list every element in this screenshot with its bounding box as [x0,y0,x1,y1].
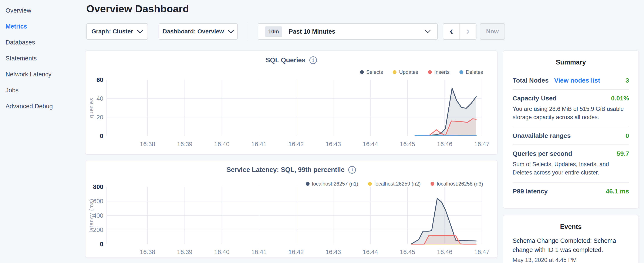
svg-text:16:45: 16:45 [400,248,415,255]
event-item[interactable]: Schema Change Completed: Schema change w… [512,236,629,263]
svg-text:20: 20 [96,114,103,121]
svg-text:16:40: 16:40 [214,248,230,255]
legend-label: Updates [399,69,418,75]
summary-label: Total Nodes [512,77,548,84]
chevron-down-icon [425,30,430,33]
svg-text:16:39: 16:39 [177,141,192,147]
summary-row-queries-per-second: Queries per second 59.7 Sum of Selects, … [512,144,629,182]
svg-text:800: 800 [93,183,103,190]
time-window-badge: 10m [265,26,282,37]
legend-dot-icon [430,182,434,186]
summary-row-unavailable-ranges: Unavailable ranges 0 [512,127,629,144]
info-icon[interactable]: i [309,56,317,64]
svg-text:16:40: 16:40 [214,141,230,147]
graph-dropdown-label: Graph: Cluster [92,28,133,35]
view-nodes-list-link[interactable]: View nodes list [554,77,600,84]
service-latency-chart[interactable]: 16:3816:3916:4016:4116:4216:4316:4416:45… [86,160,497,257]
legend-item[interactable]: Updates [393,69,418,75]
legend-item[interactable]: Deletes [460,69,483,75]
summary-panel: Summary Total Nodes View nodes list 3 Ca… [503,51,639,208]
chart-title: SQL Queries [266,56,305,64]
svg-text:16:47: 16:47 [474,141,490,147]
summary-value: 0.01% [611,95,629,102]
main-content: Overview Dashboard Graph: Cluster Dashbo… [85,0,644,263]
svg-text:600: 600 [93,198,103,204]
svg-text:16:38: 16:38 [140,141,155,147]
summary-label: Capacity Used [512,95,556,102]
graph-dropdown[interactable]: Graph: Cluster [86,23,148,40]
chevron-down-icon [137,28,143,35]
svg-text:16:41: 16:41 [251,141,266,147]
sidebar-item-network-latency[interactable]: Network Latency [0,66,85,82]
toolbar: Graph: Cluster Dashboard: Overview 10m P… [86,23,644,40]
summary-label: Unavailable ranges [512,132,571,139]
legend-label: localhost:26258 (n3) [437,181,483,187]
legend-label: Selects [366,69,383,75]
legend-label: Inserts [434,69,450,75]
legend-item[interactable]: localhost:26259 (n2) [368,181,420,187]
legend-dot-icon [306,182,310,186]
svg-text:16:43: 16:43 [326,248,341,255]
summary-label: P99 latency [512,188,548,195]
svg-text:200: 200 [93,226,103,233]
svg-text:16:46: 16:46 [437,141,452,147]
svg-text:40: 40 [96,95,103,102]
svg-text:16:43: 16:43 [326,141,341,147]
chevron-down-icon [228,28,234,35]
side-column: Summary Total Nodes View nodes list 3 Ca… [503,51,639,263]
summary-value: 46.1 ms [606,188,629,195]
sidebar-item-jobs[interactable]: Jobs [0,82,85,98]
sidebar-item-statements[interactable]: Statements [0,51,85,66]
sidebar-item-databases[interactable]: Databases [0,35,85,51]
time-window-selector[interactable]: 10m Past 10 Minutes [258,23,438,40]
legend-item[interactable]: localhost:26258 (n3) [430,181,483,187]
svg-text:latency (ms): latency (ms) [88,198,94,232]
legend-label: Deletes [466,69,483,75]
svg-text:16:47: 16:47 [474,248,490,255]
sidebar: Overview Metrics Databases Statements Ne… [0,0,85,114]
page-title: Overview Dashboard [86,3,644,15]
sidebar-item-overview[interactable]: Overview [0,3,85,19]
legend-dot-icon [393,70,396,74]
legend-label: localhost:26259 (n2) [374,181,420,187]
chart-legend: SelectsUpdatesInsertsDeletes [360,69,483,75]
prev-time-button[interactable]: ‹ [443,24,460,39]
legend-item[interactable]: localhost:26257 (n1) [306,181,358,187]
svg-text:16:39: 16:39 [177,248,192,255]
svg-text:60: 60 [96,76,103,83]
summary-subtext: Sum of Selects, Updates, Inserts, and De… [512,160,629,177]
dashboard-dropdown[interactable]: Dashboard: Overview [158,23,238,40]
chart-legend: localhost:26257 (n1)localhost:26259 (n2)… [306,181,483,187]
summary-subtext: You are using 28.6 MiB of 515.9 GiB usab… [512,105,629,122]
events-title: Events [512,223,629,231]
legend-dot-icon [360,70,364,74]
svg-text:16:44: 16:44 [363,141,378,147]
legend-item[interactable]: Selects [360,69,383,75]
summary-title: Summary [512,59,629,66]
svg-text:0: 0 [100,133,103,139]
charts-column: SQL Queries i SelectsUpdatesInsertsDelet… [85,51,498,263]
info-icon[interactable]: i [348,166,356,174]
svg-text:16:42: 16:42 [288,141,304,147]
legend-item[interactable]: Inserts [428,69,450,75]
event-timestamp: May 13, 2020 at 4:45 PM [512,257,629,263]
events-panel: Events Schema Change Completed: Schema c… [503,215,639,263]
next-time-button[interactable]: › [460,24,476,39]
event-text: Schema Change Completed: Schema change w… [512,236,629,255]
svg-text:16:42: 16:42 [288,248,304,255]
toolbar-divider [248,23,248,40]
dashboard-dropdown-label: Dashboard: Overview [163,28,224,35]
summary-value: 0 [626,132,629,139]
svg-text:16:45: 16:45 [400,141,415,147]
summary-label: Queries per second [512,150,572,157]
legend-dot-icon [428,70,432,74]
svg-text:queries: queries [88,98,94,118]
summary-row-p99-latency: P99 latency 46.1 ms [512,182,629,200]
sidebar-item-metrics[interactable]: Metrics [0,19,85,35]
svg-text:16:46: 16:46 [437,248,452,255]
sql-queries-chart[interactable]: 16:3816:3916:4016:4116:4216:4316:4416:45… [86,51,497,154]
now-button[interactable]: Now [480,23,505,40]
summary-row-capacity-used: Capacity Used 0.01% You are using 28.6 M… [512,89,629,127]
sidebar-item-advanced-debug[interactable]: Advanced Debug [0,98,85,114]
sql-queries-chart-card: SQL Queries i SelectsUpdatesInsertsDelet… [85,51,498,155]
